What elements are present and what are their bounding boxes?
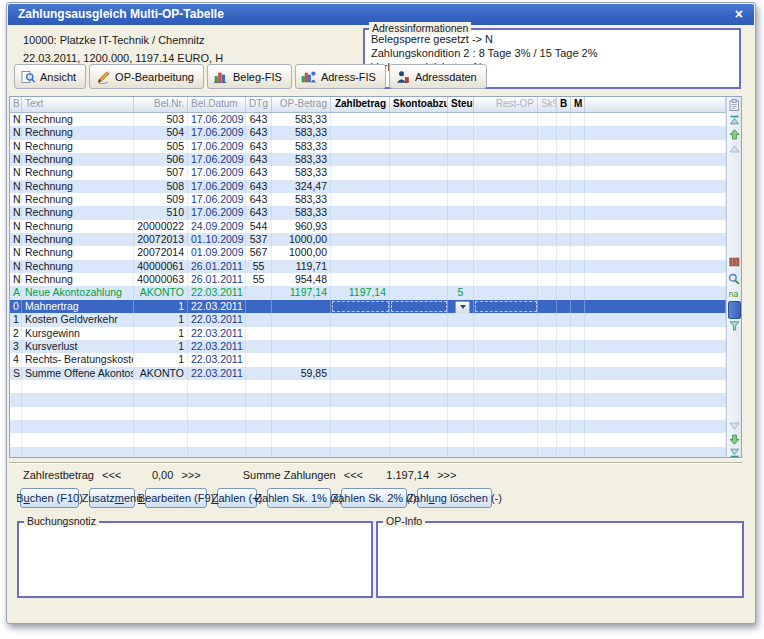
search-icon[interactable] <box>728 273 740 285</box>
action-buttons: Buchen (F10)ZusatzmenüBearbeiten (F9)Zah… <box>20 488 502 509</box>
column-header-m[interactable]: M <box>571 97 585 112</box>
cell-steue <box>448 246 474 259</box>
toolbar-button-adressdaten[interactable]: Adressdaten <box>389 64 487 89</box>
cell-b: N <box>10 153 22 166</box>
cell-dtg: 643 <box>246 126 272 139</box>
column-header-dtg[interactable]: DTg <box>246 97 272 112</box>
table-row[interactable]: NRechnung50417.06.2009 /Mi643583,33 <box>10 126 726 139</box>
table-row[interactable]: NRechnung2007201301.10.2009 /Do5371000,0… <box>10 233 726 246</box>
button-zahlung-löschen[interactable]: Zahlung löschen (-) <box>417 488 492 508</box>
columns-icon[interactable] <box>728 257 740 267</box>
cell-text: Summe Offene Akontos <box>22 367 134 380</box>
cell-date <box>188 420 246 433</box>
table-row[interactable]: NRechnung50617.06.2009 /Mi643583,33 <box>10 153 726 166</box>
column-header-filler[interactable] <box>585 97 726 112</box>
cell-text <box>22 380 134 393</box>
column-header-b2[interactable]: B <box>557 97 571 112</box>
button-bearbeiten-f9[interactable]: Bearbeiten (F9) <box>145 488 207 508</box>
chart-person-icon <box>301 70 317 84</box>
table-row[interactable]: NRechnung4000006126.01.2011 /Mi55119,71 <box>10 260 726 273</box>
toolbar-button-ansicht[interactable]: Ansicht <box>14 64 86 89</box>
cell-text: Rechnung <box>22 220 134 233</box>
button-zahlen[interactable]: Zahlen (+) <box>217 488 257 508</box>
buchungsnotiz-input[interactable] <box>19 523 371 596</box>
scroll-top-icon[interactable] <box>728 115 740 125</box>
close-icon[interactable]: × <box>735 4 743 25</box>
table-row[interactable]: SSumme Offene AkontosAKONTO22.03.2011 /D… <box>10 367 726 380</box>
cell-text <box>22 407 134 420</box>
table-row-empty[interactable] <box>10 447 726 457</box>
column-header-nr[interactable]: Bel.Nr. <box>134 97 188 112</box>
cell-sk <box>538 420 557 433</box>
row-down-icon[interactable] <box>728 422 740 430</box>
cell-date: 17.06.2009 /Mi <box>188 126 246 139</box>
column-header-b[interactable]: B <box>10 97 22 112</box>
cell-m <box>571 300 585 313</box>
column-header-sk[interactable]: Sk% <box>538 97 557 112</box>
cell-b <box>10 433 22 446</box>
column-header-date[interactable]: Bel.Datum <box>188 97 246 112</box>
table-row[interactable]: 0Mahnertrag122.03.2011 /Di <box>10 300 726 313</box>
column-header-rest[interactable]: Rest-OP <box>474 97 538 112</box>
table-row[interactable]: 1Kosten Geldverkehr122.03.2011 /Di <box>10 313 726 326</box>
cell-rest <box>474 447 538 457</box>
cell-rest <box>474 353 538 366</box>
toolbar-button-beleg-fis[interactable]: Beleg-FIS <box>207 64 292 89</box>
button-buchen-f10[interactable]: Buchen (F10) <box>20 488 79 508</box>
table-row[interactable]: 4Rechts- Beratungskosten122.03.2011 /Di <box>10 353 726 366</box>
table-row-empty[interactable] <box>10 380 726 393</box>
page-up-icon[interactable] <box>728 129 740 140</box>
address-info-line: Belegsperre gesetzt -> N <box>371 32 733 46</box>
table-row[interactable]: NRechnung50817.06.2009 /Mi643324,47 <box>10 180 726 193</box>
table-row-empty[interactable] <box>10 420 726 433</box>
cell-sk <box>538 180 557 193</box>
column-header-op[interactable]: OP-Betrag <box>272 97 331 112</box>
cell-dtg <box>246 327 272 340</box>
cell-op <box>272 447 331 457</box>
cell-date <box>188 447 246 457</box>
cell-skonto <box>390 140 448 153</box>
table-row[interactable]: NRechnung50517.06.2009 /Mi643583,33 <box>10 140 726 153</box>
column-header-steue[interactable]: Steue <box>448 97 474 112</box>
cell-filler <box>585 193 726 206</box>
column-header-zahl[interactable]: Zahlbetrag <box>331 97 390 112</box>
tax-dropdown-button[interactable] <box>455 301 470 313</box>
cell-rest <box>474 126 538 139</box>
cell-sk <box>538 126 557 139</box>
cell-filler <box>585 273 726 286</box>
cell-dtg <box>246 393 272 406</box>
table-row[interactable]: 3Kursverlust122.03.2011 /Di <box>10 340 726 353</box>
table-row[interactable]: NRechnung50917.06.2009 /Mi643583,33 <box>10 193 726 206</box>
table-row[interactable]: NRechnung4000006326.01.2011 /Mi55954,48 <box>10 273 726 286</box>
cell-b2 <box>557 286 571 299</box>
clipboard-icon[interactable] <box>728 99 740 111</box>
cell-zahl <box>331 140 390 153</box>
column-header-skonto[interactable]: Skontoabzug <box>390 97 448 112</box>
cell-b2 <box>557 340 571 353</box>
cell-date: 17.06.2009 /Mi <box>188 166 246 179</box>
button-zusatzmenü[interactable]: Zusatzmenü <box>89 488 135 508</box>
table-row[interactable]: NRechnung51017.06.2009 /Mi643583,33 <box>10 206 726 219</box>
table-row-empty[interactable] <box>10 407 726 420</box>
filter-icon[interactable] <box>728 321 740 331</box>
table-row[interactable]: NRechnung50717.06.2009 /Mi643583,33 <box>10 166 726 179</box>
cell-text: Mahnertrag <box>22 300 134 313</box>
scroll-bottom-icon[interactable] <box>728 448 740 458</box>
cell-b2 <box>557 367 571 380</box>
page-down-icon[interactable] <box>728 434 740 445</box>
column-header-text[interactable]: Text <box>22 97 134 112</box>
row-up-icon[interactable] <box>728 145 740 153</box>
toolbar-button-adress-fis[interactable]: Adress-FIS <box>295 64 386 89</box>
rename-icon[interactable]: na <box>728 289 740 298</box>
table-row-empty[interactable] <box>10 393 726 406</box>
toolbar-button-op-bearbeitung[interactable]: OP-Bearbeitung <box>89 64 204 89</box>
table-row[interactable]: NRechnung2007201401.09.2009 /Di5671000,0… <box>10 246 726 259</box>
table-row-empty[interactable] <box>10 433 726 446</box>
table-row[interactable]: NRechnung2000002224.09.2009 /Do544960,93 <box>10 220 726 233</box>
table-row[interactable]: ANeue AkontozahlungAKONTO22.03.2011 /Di1… <box>10 286 726 299</box>
table-row[interactable]: NRechnung50317.06.2009 /Mi643583,33 <box>10 113 726 126</box>
button-zahlen-sk-2[interactable]: Zahlen Sk. 2% (/) <box>341 488 407 508</box>
button-zahlen-sk-1-x[interactable]: Zahlen Sk. 1% (x) <box>267 488 331 508</box>
scrollbar-thumb[interactable] <box>728 301 741 319</box>
table-row[interactable]: 2Kursgewinn122.03.2011 /Di <box>10 327 726 340</box>
